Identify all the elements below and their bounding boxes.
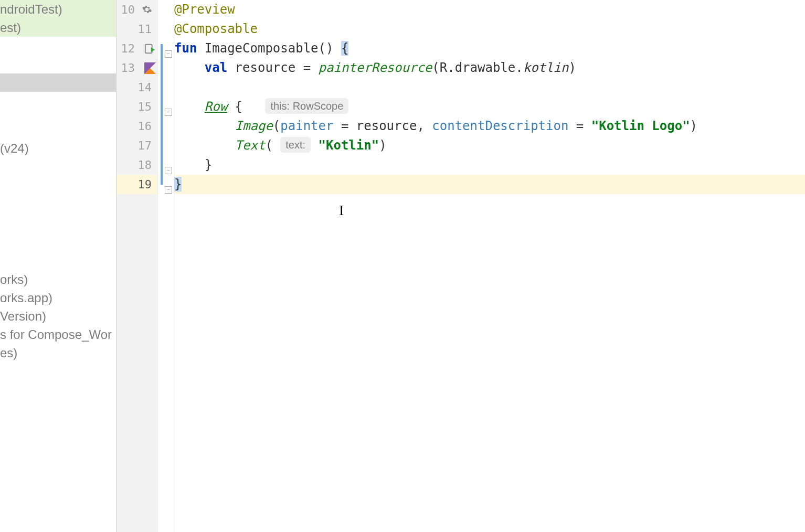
tree-item[interactable]: Version)	[0, 307, 116, 325]
function-call: Row	[205, 99, 227, 114]
function-call: painterResource	[319, 60, 432, 75]
fold-column[interactable]: − − − −	[157, 0, 174, 532]
line-number-text: 14	[138, 81, 152, 94]
code-text: = resource,	[333, 119, 432, 133]
tree-spacer	[0, 37, 116, 55]
code-line[interactable]: @Preview	[174, 0, 805, 19]
project-tree[interactable]: ndroidTest) est) (v24) orks) orks.app) V…	[0, 0, 116, 532]
tree-spacer	[0, 157, 116, 270]
code-line[interactable]	[174, 78, 805, 97]
line-number-text: 13	[121, 61, 135, 75]
line-number-text: 15	[138, 100, 152, 113]
code-line[interactable]: }	[174, 155, 805, 175]
paren: )	[568, 60, 576, 75]
code-text: {	[227, 99, 265, 114]
ide-window: ndroidTest) est) (v24) orks) orks.app) V…	[0, 0, 805, 532]
tree-spacer	[0, 55, 116, 73]
function-call: Image	[235, 119, 273, 133]
line-number[interactable]: 10	[116, 0, 157, 19]
code-line-current[interactable]: }	[174, 175, 805, 194]
annotation: @Preview	[174, 2, 235, 17]
close-brace-matched: }	[174, 177, 182, 191]
code-text: resource =	[227, 60, 318, 75]
code-line[interactable]: fun ImageComposable() {	[174, 39, 805, 58]
code-line[interactable]: Row { this: RowScope	[174, 97, 805, 116]
tree-item[interactable]: es)	[0, 344, 116, 362]
keyword: fun	[174, 41, 197, 56]
line-number-text: 12	[121, 42, 135, 55]
fold-minus-icon[interactable]: −	[165, 109, 172, 116]
line-number[interactable]: 12	[116, 39, 157, 58]
paren: (	[432, 60, 439, 75]
identifier: kotlin	[523, 60, 569, 75]
text-cursor-icon: I	[339, 202, 344, 219]
editor-gutter[interactable]: 10 11 12 13 14 15 16 17 18 19	[116, 0, 157, 532]
line-number[interactable]: 17	[116, 136, 157, 155]
paren: )	[379, 138, 386, 153]
line-number-current[interactable]: 19	[116, 175, 157, 194]
code-text: R.drawable.	[440, 60, 523, 75]
space	[311, 138, 318, 153]
close-brace: }	[205, 157, 212, 172]
line-number[interactable]: 16	[116, 116, 157, 136]
line-number-text: 19	[138, 178, 152, 191]
code-editor[interactable]: @Preview @Composable fun ImageComposable…	[174, 0, 805, 532]
line-number-text: 17	[138, 139, 152, 152]
function-call: Text	[235, 138, 266, 153]
code-text: =	[568, 119, 591, 133]
string-literal: "Kotlin Logo"	[591, 119, 690, 133]
annotation: @Composable	[174, 22, 258, 36]
kotlin-logo-icon[interactable]	[142, 60, 158, 76]
code-line[interactable]: @Composable	[174, 19, 805, 39]
tree-item[interactable]: est)	[0, 18, 116, 37]
fold-minus-icon[interactable]: −	[165, 186, 172, 194]
line-number[interactable]: 11	[116, 19, 157, 39]
line-number-text: 16	[138, 120, 152, 133]
paren: (	[265, 138, 280, 153]
line-number[interactable]: 15	[116, 97, 157, 116]
tree-item-selected[interactable]	[0, 73, 116, 92]
tree-item[interactable]: (v24)	[0, 139, 116, 157]
code-line[interactable]: Image(painter = resource, contentDescrip…	[174, 116, 805, 136]
tree-item[interactable]: orks.app)	[0, 289, 116, 307]
tree-item[interactable]: s for Compose_Wor	[0, 325, 116, 344]
code-line[interactable]: val resource = painterResource(R.drawabl…	[174, 58, 805, 78]
line-number-text: 10	[121, 3, 135, 16]
indent	[174, 119, 235, 133]
indent	[174, 138, 235, 153]
run-icon[interactable]	[142, 41, 158, 57]
svg-rect-0	[145, 45, 152, 54]
open-brace-matched: {	[341, 41, 348, 56]
line-number[interactable]: 13	[116, 58, 157, 78]
tree-item[interactable]: orks)	[0, 270, 116, 289]
named-param: painter	[280, 119, 333, 133]
string-literal: "Kotlin"	[319, 138, 379, 153]
gear-icon[interactable]	[140, 2, 154, 17]
indent	[174, 60, 205, 75]
fold-minus-icon[interactable]: −	[165, 167, 172, 174]
line-number-text: 11	[138, 23, 152, 36]
inlay-hint[interactable]: this: RowScope	[265, 98, 348, 114]
inlay-hint[interactable]: text:	[280, 137, 311, 153]
line-number-text: 18	[138, 158, 152, 172]
line-number[interactable]: 18	[116, 155, 157, 175]
named-param: contentDescription	[432, 119, 568, 133]
keyword: val	[205, 60, 227, 75]
function-name: ImageComposable()	[197, 41, 341, 56]
paren: (	[273, 119, 280, 133]
fold-range-line	[161, 44, 163, 185]
tree-item[interactable]: ndroidTest)	[0, 0, 116, 18]
fold-minus-icon[interactable]: −	[165, 50, 172, 58]
code-line[interactable]: Text( text: "Kotlin")	[174, 136, 805, 155]
indent	[174, 157, 205, 172]
line-number[interactable]: 14	[116, 78, 157, 97]
indent	[174, 99, 205, 114]
paren: )	[690, 119, 697, 133]
tree-spacer	[0, 92, 116, 139]
